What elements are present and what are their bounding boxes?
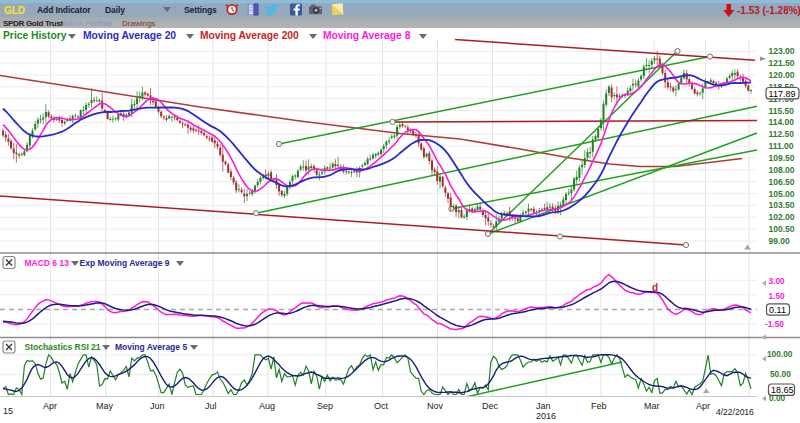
svg-text:d: d bbox=[652, 282, 658, 293]
svg-text:105.00: 105.00 bbox=[769, 189, 795, 199]
svg-text:120.00: 120.00 bbox=[769, 70, 795, 80]
svg-text:123.00: 123.00 bbox=[769, 46, 795, 56]
svg-text:50.00: 50.00 bbox=[770, 369, 791, 379]
svg-text:103.50: 103.50 bbox=[769, 200, 795, 210]
svg-text:115.50: 115.50 bbox=[769, 106, 795, 116]
svg-text:109.50: 109.50 bbox=[769, 153, 795, 163]
svg-text:4/22/2016: 4/22/2016 bbox=[716, 407, 754, 417]
svg-text:Aug: Aug bbox=[259, 401, 275, 411]
svg-text:-1.53 (-1.28%): -1.53 (-1.28%) bbox=[737, 5, 800, 16]
svg-text:102.00: 102.00 bbox=[769, 212, 795, 222]
svg-text:108.00: 108.00 bbox=[769, 165, 795, 175]
svg-text:Sep: Sep bbox=[317, 401, 333, 411]
svg-text:100.50: 100.50 bbox=[769, 224, 795, 234]
svg-text:Jul: Jul bbox=[205, 401, 217, 411]
svg-text:Apr: Apr bbox=[43, 401, 57, 411]
svg-text:121.50: 121.50 bbox=[769, 58, 795, 68]
svg-text:99.00: 99.00 bbox=[769, 236, 791, 246]
svg-text:18.65: 18.65 bbox=[771, 385, 794, 395]
svg-text:Nov: Nov bbox=[427, 401, 444, 411]
svg-text:Oct: Oct bbox=[374, 401, 389, 411]
svg-text:117.89: 117.89 bbox=[769, 89, 796, 99]
svg-text:114.00: 114.00 bbox=[769, 117, 795, 127]
svg-text:1.50: 1.50 bbox=[769, 291, 786, 301]
svg-text:Jan: Jan bbox=[536, 401, 551, 411]
svg-text:Jun: Jun bbox=[150, 401, 165, 411]
svg-text:106.50: 106.50 bbox=[769, 177, 795, 187]
svg-text:2016: 2016 bbox=[536, 411, 556, 421]
svg-text:100.00: 100.00 bbox=[767, 349, 793, 359]
svg-text:Mar: Mar bbox=[644, 401, 660, 411]
svg-text:Apr: Apr bbox=[696, 401, 710, 411]
svg-text:0.11: 0.11 bbox=[769, 305, 786, 315]
svg-text:Feb: Feb bbox=[591, 401, 607, 411]
svg-text:112.50: 112.50 bbox=[769, 129, 795, 139]
svg-text:-1.50: -1.50 bbox=[765, 319, 784, 329]
svg-text:Dec: Dec bbox=[482, 401, 499, 411]
svg-text:3.00: 3.00 bbox=[769, 276, 786, 286]
svg-text:May: May bbox=[96, 401, 114, 411]
svg-text:111.00: 111.00 bbox=[769, 141, 794, 151]
